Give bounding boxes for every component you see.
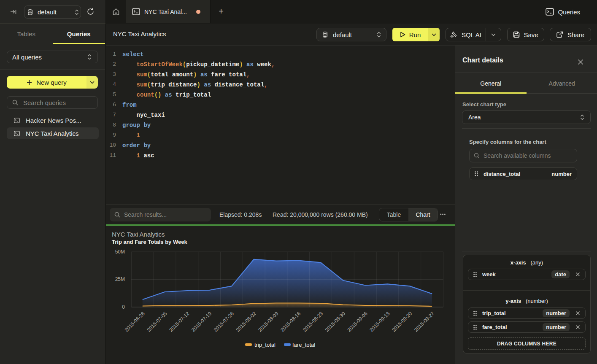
svg-text:fare_total: fare_total xyxy=(292,342,315,348)
svg-text:2015-07-19: 2015-07-19 xyxy=(190,310,213,333)
svg-text:25M: 25M xyxy=(115,276,125,282)
svg-text:trip_total: trip_total xyxy=(254,342,276,348)
svg-text:2015-09-06: 2015-09-06 xyxy=(346,310,369,333)
svg-text:2015-09-27: 2015-09-27 xyxy=(413,310,436,333)
svg-text:2015-06-28: 2015-06-28 xyxy=(124,310,146,333)
svg-text:0: 0 xyxy=(122,304,125,310)
svg-text:50M: 50M xyxy=(115,249,125,255)
svg-text:2015-08-09: 2015-08-09 xyxy=(257,310,280,333)
svg-text:2015-08-30: 2015-08-30 xyxy=(324,310,347,333)
svg-text:2015-09-13: 2015-09-13 xyxy=(368,310,391,333)
svg-text:2015-09-20: 2015-09-20 xyxy=(391,310,413,333)
svg-text:2015-08-16: 2015-08-16 xyxy=(279,310,302,333)
svg-text:2015-08-02: 2015-08-02 xyxy=(235,310,258,333)
svg-text:2015-07-26: 2015-07-26 xyxy=(213,310,235,333)
svg-text:2015-07-12: 2015-07-12 xyxy=(168,310,191,333)
svg-text:2015-07-05: 2015-07-05 xyxy=(146,310,168,333)
svg-text:2015-08-23: 2015-08-23 xyxy=(302,310,324,333)
